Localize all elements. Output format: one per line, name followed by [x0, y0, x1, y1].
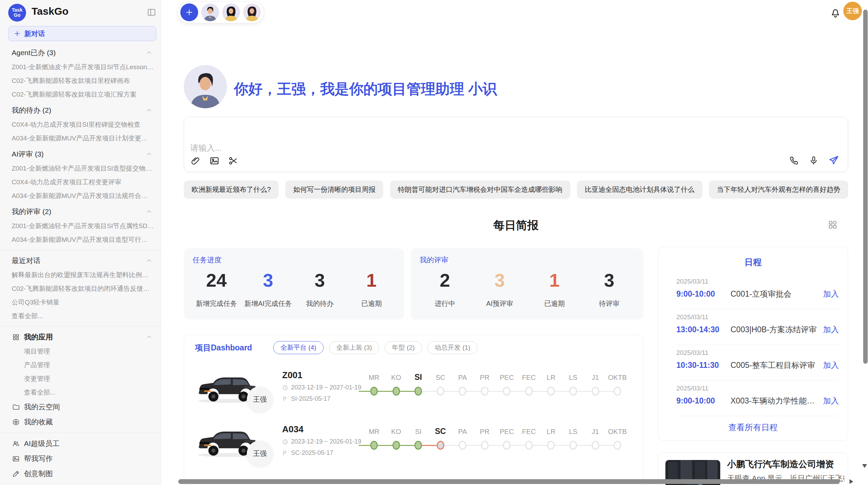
session-avatars-pill — [177, 1, 264, 23]
milestone-dot — [437, 441, 444, 450]
sidebar-collapse-icon[interactable] — [147, 8, 156, 17]
sidebar-task-item[interactable]: Z001-全新燃油轻卡产品开发项目SI造型提交物评审 — [0, 162, 161, 175]
join-meeting-link[interactable]: 加入 — [823, 396, 839, 406]
suggestion-chip[interactable]: 比亚迪全固态电池计划具体说了什么 — [577, 181, 702, 199]
microphone-icon[interactable] — [808, 155, 819, 166]
dashboard-filter-tab[interactable]: 全新平台 (4) — [273, 341, 324, 354]
member-avatar-3[interactable] — [243, 3, 261, 21]
milestone-dot — [525, 387, 533, 396]
add-session-button[interactable] — [180, 3, 198, 21]
stat-label: 进行中 — [418, 299, 472, 308]
recent-chat-item[interactable]: C02-飞腾新能源轻客改款项目的闭环通告反馈情况 — [0, 282, 161, 296]
sidebar-task-item[interactable]: A034-全新新能源MUV产品开发项目计划变更表编写 — [0, 132, 161, 145]
schedule-event: 2025/03/1110:30-11:30C005-整车工程目标评审加入 — [676, 345, 839, 381]
sidebar-item-ai-employee[interactable]: AI超级员工 — [0, 436, 161, 451]
user-avatar[interactable]: 王强 — [843, 2, 862, 20]
horizontal-scrollbar[interactable] — [178, 479, 840, 484]
image-upload-icon[interactable] — [209, 156, 220, 166]
new-chat-button[interactable]: 新对话 — [8, 26, 156, 41]
sidebar-section-header[interactable]: 我的待办 (2) — [0, 103, 161, 118]
scroll-right-arrow[interactable] — [849, 479, 853, 484]
schedule-event: 2025/03/119:00-10:00C001-立项审批会加入 — [676, 274, 839, 309]
member-avatar-1[interactable] — [201, 3, 219, 21]
milestone-dot — [481, 441, 489, 450]
recent-chat-item[interactable]: 公司Q3轻卡销量 — [0, 296, 161, 309]
sidebar-item-my-apps[interactable]: 我的应用 — [0, 329, 161, 345]
sidebar-item-help-writing[interactable]: 帮我写作 — [0, 451, 161, 466]
send-icon[interactable] — [828, 154, 840, 166]
sidebar-task-item[interactable]: Z001-全新燃油皮卡产品开发项目SI节点Lesson Learn报告 — [0, 60, 161, 74]
chevron-up-icon — [146, 208, 153, 215]
sidebar-section-header[interactable]: Agent已办 (3) — [0, 45, 161, 60]
sidebar-section: 我的待办 (2)C0X4-动力总成开发项目SI里程碑提交物检查A034-全新新能… — [0, 103, 161, 145]
project-next-milestone: SI-2025-05-17 — [282, 395, 330, 402]
dashboard-filter-tab[interactable]: 动总开发 (1) — [427, 341, 478, 354]
dashboard-filter-tab[interactable]: 全新上装 (3) — [329, 341, 379, 354]
dashboard-header: 项目Dashboard 全新平台 (4)全新上装 (3)年型 (2)动总开发 (… — [195, 341, 632, 354]
voice-call-icon[interactable] — [789, 155, 799, 166]
sidebar-task-item[interactable]: C02-飞腾新能源轻客改款项目立项汇报方案 — [0, 88, 161, 101]
sidebar-task-item[interactable]: C0X4-动力总成开发项目SI里程碑提交物检查 — [0, 118, 161, 132]
milestone-dot — [414, 387, 422, 396]
sidebar-task-item[interactable]: C02-飞腾新能源轻客改款项目里程碑画布 — [0, 74, 161, 88]
sidebar-task-item[interactable]: C0X4-动力总成开发项目工程变更评审 — [0, 175, 161, 189]
sidebar-item-cloud-space[interactable]: 我的云空间 — [0, 399, 161, 414]
screenshot-icon[interactable] — [228, 156, 239, 166]
member-avatar-2[interactable] — [222, 3, 240, 21]
app-title: TaskGo — [32, 5, 69, 17]
briefing-layout-icon[interactable] — [828, 220, 838, 230]
stat-block: 1已逾期 — [346, 271, 397, 308]
stat-block: 3我的待办 — [294, 271, 346, 308]
stat-label: 待评审 — [582, 299, 637, 308]
dashboard-filter-tab[interactable]: 年型 (2) — [385, 341, 422, 354]
scroll-down-arrow[interactable] — [862, 464, 867, 468]
my-review-card: 我的评审 2进行中3AI预评审1已逾期3待评审 — [411, 248, 643, 320]
recent-chats-view-all[interactable]: 查看全部... — [0, 309, 161, 323]
sidebar-task-item[interactable]: A034-全新新能源MUV产品开发项目法规符合性评审 — [0, 189, 161, 203]
milestone-dot — [569, 441, 577, 450]
project-dashboard-card: 项目Dashboard 全新平台 (4)全新上装 (3)年型 (2)动总开发 (… — [184, 335, 643, 485]
suggestion-chip[interactable]: 欧洲新规最近颁布了什么? — [184, 181, 279, 199]
recent-chat-item[interactable]: 解释最新出台的欧盟报废车法规再生塑料比例被调至15%... — [0, 268, 161, 282]
sidebar-task-item[interactable]: A034-全新新能源MUV产品开发项目造型可行性评审 — [0, 233, 161, 247]
person-illustration — [184, 65, 227, 108]
project-row[interactable]: 王强Z0012023-12-19 ~ 2027-01-19SI-2025-05-… — [184, 362, 643, 416]
plus-icon — [13, 30, 21, 37]
suggestion-chip[interactable]: 特朗普可能对进口汽车增税会对中国车企造成哪些影响 — [390, 181, 570, 199]
sidebar-task-item[interactable]: Z001-全新燃油轻卡产品开发项目SI节点属性5D文件评审 — [0, 219, 161, 233]
view-all-schedule-link[interactable]: 查看所有日程 — [658, 422, 848, 433]
task-progress-card: 任务进度 24新增完成任务3新增AI完成任务3我的待办1已逾期 — [184, 248, 404, 320]
suggestion-chip[interactable]: 当下年轻人对汽车外观有怎样的喜好趋势 — [709, 181, 848, 199]
vertical-scrollbar[interactable] — [863, 10, 868, 364]
join-meeting-link[interactable]: 加入 — [823, 324, 839, 335]
sidebar-item-favorites[interactable]: 我的收藏 — [0, 414, 161, 430]
apps-view-all[interactable]: 查看全部... — [0, 386, 161, 399]
sidebar-section-header[interactable]: AI评审 (3) — [0, 147, 161, 162]
attachment-icon[interactable] — [190, 156, 201, 166]
stat-value: 3 — [472, 271, 527, 289]
section-label: 我的评审 (2) — [12, 207, 51, 216]
join-meeting-link[interactable]: 加入 — [823, 289, 839, 299]
sidebar-section: AI评审 (3)Z001-全新燃油轻卡产品开发项目SI造型提交物评审C0X4-动… — [0, 147, 161, 203]
chevron-up-icon — [146, 334, 153, 340]
sidebar-section: 我的评审 (2)Z001-全新燃油轻卡产品开发项目SI节点属性5D文件评审A03… — [0, 204, 161, 247]
notification-bell-icon[interactable] — [830, 7, 841, 18]
join-meeting-link[interactable]: 加入 — [823, 360, 839, 371]
sidebar-section-recent-chats[interactable]: 最近对话 — [0, 253, 161, 268]
new-chat-label: 新对话 — [24, 29, 45, 38]
app-shortcut-item[interactable]: 项目管理 — [0, 345, 161, 358]
stat-label: 已逾期 — [346, 299, 397, 308]
suggestion-chip[interactable]: 如何写一份清晰的项目周报 — [285, 181, 383, 199]
chevron-up-icon — [146, 49, 153, 56]
event-title: C003|H0B-方案冻结评审 — [731, 324, 818, 335]
dashboard-title: 项目Dashboard — [195, 343, 252, 353]
divider — [0, 433, 161, 433]
milestone-track-done — [359, 391, 418, 392]
app-shortcut-item[interactable]: 产品管理 — [0, 358, 161, 372]
users-icon — [12, 440, 20, 448]
sidebar-section-header[interactable]: 我的评审 (2) — [0, 204, 161, 219]
project-row[interactable]: 王强A0342023-12-19 ~ 2026-01-19SC-2025-05-… — [184, 416, 643, 471]
app-shortcut-item[interactable]: 变更管理 — [0, 372, 161, 386]
chat-input[interactable]: 请输入... — [184, 117, 848, 172]
sidebar-item-creative-drawing[interactable]: 创意制图 — [0, 466, 161, 481]
